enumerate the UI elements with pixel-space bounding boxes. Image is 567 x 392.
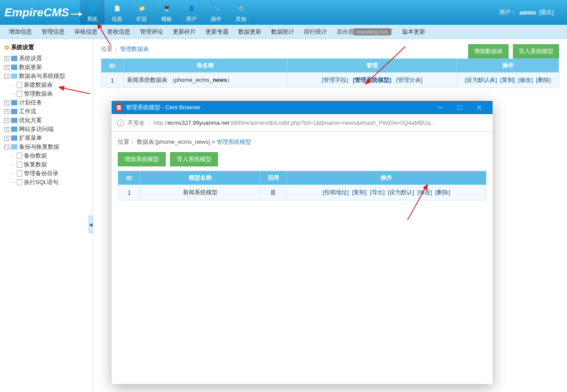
submenu-数据统计[interactable]: 数据统计 xyxy=(271,28,294,36)
folder-icon xyxy=(11,109,17,114)
column-header: 表名称 xyxy=(124,59,287,73)
address-bar[interactable]: i 不安全 | http://ecms327.99yuanma.net:8889… xyxy=(112,114,493,132)
manage-subtable-link[interactable]: [管理分表] xyxy=(396,77,422,83)
top-menu-模板[interactable]: 🖥️模板 xyxy=(154,0,179,25)
folder-icon xyxy=(11,56,17,61)
svg-rect-1 xyxy=(458,105,462,110)
folder-icon xyxy=(11,127,17,132)
folder-icon xyxy=(11,100,17,105)
add-table-button[interactable]: 增加数据表 xyxy=(468,44,509,58)
top-menu-插件[interactable]: 🔧插件 xyxy=(204,0,229,25)
column-header: 操作 xyxy=(457,59,559,73)
manage-model-link[interactable]: [管理系统模型] xyxy=(353,77,392,83)
copy-link[interactable]: [复制] xyxy=(352,189,367,196)
breadcrumb-link[interactable]: 管理数据表 xyxy=(120,46,149,52)
info-icon[interactable]: i xyxy=(117,119,124,127)
submenu-增加信息[interactable]: 增加信息 xyxy=(9,28,32,36)
toggle-icon[interactable]: − xyxy=(4,145,9,150)
column-header: 启用 xyxy=(260,171,287,185)
table-name-cell: 新闻系统数据表 （phome_ecms_news） xyxy=(124,73,287,88)
tree-node-网站多访问端[interactable]: +网站多访问端 xyxy=(4,125,89,134)
logo: EmpireCMS xyxy=(0,0,80,25)
top-menu-栏目[interactable]: 📁栏目 xyxy=(129,0,154,25)
post-addr-link[interactable]: [投稿地址] xyxy=(322,189,349,196)
submenu-更新碎片[interactable]: 更新碎片 xyxy=(173,28,196,36)
delete-link[interactable]: [删除] xyxy=(435,189,450,196)
minimize-button[interactable] xyxy=(431,101,450,114)
delete-link[interactable]: [删除] xyxy=(536,77,551,83)
tree-node-备份数据[interactable]: 备份数据 xyxy=(12,151,89,160)
set-default-link[interactable]: [设为默认] xyxy=(388,189,414,196)
url-text: http://ecms327.99yuanma.net:8889/e/admin… xyxy=(153,119,435,126)
menu-icon: 📄 xyxy=(111,2,123,15)
submenu-管理信息[interactable]: 管理信息 xyxy=(42,28,65,36)
export-link[interactable]: [导出] xyxy=(370,189,384,196)
user-info: 用户： admin [退出] xyxy=(499,0,567,25)
submenu-审核信息[interactable]: 审核信息 xyxy=(74,28,97,36)
maximize-button[interactable] xyxy=(450,101,470,114)
tree-node-数据更新[interactable]: +数据更新 xyxy=(4,63,89,72)
tree-node-优化方案[interactable]: +优化方案 xyxy=(4,116,89,125)
toggle-icon[interactable]: + xyxy=(4,136,9,141)
submenu-排行统计[interactable]: 排行统计 xyxy=(304,28,327,36)
submenu-版本更新[interactable]: 版本更新 xyxy=(402,28,425,36)
toggle-icon[interactable]: + xyxy=(4,127,9,132)
top-menu-系统[interactable]: 🌐系统 xyxy=(80,0,105,25)
edit-link[interactable]: [修改] xyxy=(417,189,432,196)
column-header: ID xyxy=(118,171,140,185)
logout-link[interactable]: [退出] xyxy=(539,8,554,16)
tree-node-备份与恢复数据[interactable]: −备份与恢复数据 xyxy=(4,142,89,151)
tree-node-恢复数据[interactable]: 恢复数据 xyxy=(12,160,89,169)
file-icon xyxy=(17,161,22,168)
edit-link[interactable]: [修改] xyxy=(518,77,533,83)
submenu-更新专题[interactable]: 更新专题 xyxy=(206,28,229,36)
toggle-icon[interactable]: − xyxy=(4,74,9,79)
tree-node-计划任务[interactable]: +计划任务 xyxy=(4,98,89,107)
arrow-icon xyxy=(71,14,80,15)
folder-icon xyxy=(11,118,17,123)
sidebar-collapse-handle[interactable]: ◀ xyxy=(89,215,93,233)
tree-node-执行SQL语句[interactable]: 执行SQL语句 xyxy=(12,178,89,187)
tree-node-管理备份目录[interactable]: 管理备份目录 xyxy=(12,169,89,178)
top-menu-其他[interactable]: ⚙️其他 xyxy=(229,0,253,25)
file-icon xyxy=(17,153,22,159)
sub-menu: 增加信息管理信息审核信息签收信息管理评论更新碎片更新专题数据更新数据统计排行统计… xyxy=(0,25,567,39)
column-header: ID xyxy=(101,59,124,73)
tree-node-扩展菜单[interactable]: +扩展菜单 xyxy=(4,134,89,142)
toggle-icon[interactable]: + xyxy=(4,65,9,70)
popup-breadcrumb: 位置： 数据表:[phome_ecms_news] > 管理系统模型 xyxy=(118,138,486,146)
file-icon xyxy=(17,82,22,88)
menu-icon: 🖥️ xyxy=(160,2,173,15)
popup-body: 位置： 数据表:[phome_ecms_news] > 管理系统模型 增加系统模… xyxy=(112,132,493,384)
import-model-button[interactable]: 导入系统模型 xyxy=(513,44,559,58)
top-menu-信息[interactable]: 📄信息 xyxy=(105,0,129,25)
top-menu-用户[interactable]: 👤用户 xyxy=(179,0,204,25)
column-header: 操作 xyxy=(287,171,486,185)
submenu-管理评论[interactable]: 管理评论 xyxy=(140,28,163,36)
popup-titlebar[interactable]: 墨 管理系统模型 - Cent Browser xyxy=(112,101,493,114)
manage-fields-link[interactable]: [管理字段] xyxy=(322,77,348,83)
popup-window: 墨 管理系统模型 - Cent Browser i 不安全 | http://e… xyxy=(112,101,493,384)
toggle-icon[interactable]: + xyxy=(4,56,9,61)
popup-breadcrumb-link[interactable]: 管理系统模型 xyxy=(217,138,251,145)
popup-import-model-button[interactable]: 导入系统模型 xyxy=(170,152,218,166)
column-header: 管理 xyxy=(287,59,457,73)
toggle-icon[interactable]: + xyxy=(4,118,9,123)
tree-node-管理数据表[interactable]: 管理数据表 xyxy=(12,89,89,98)
watermark: moyublog.com xyxy=(353,28,391,35)
tree-node-新建数据表[interactable]: 新建数据表 xyxy=(12,81,89,89)
tree-node-工作流[interactable]: +工作流 xyxy=(4,107,89,116)
submenu-签收信息[interactable]: 签收信息 xyxy=(107,28,130,36)
file-icon xyxy=(17,179,22,185)
submenu-数据更新[interactable]: 数据更新 xyxy=(238,28,261,36)
tree-node-系统设置[interactable]: +系统设置 xyxy=(4,54,89,63)
popup-add-model-button[interactable]: 增加系统模型 xyxy=(118,152,166,166)
toggle-icon[interactable]: + xyxy=(4,109,9,114)
tree-node-数据表与系统模型[interactable]: −数据表与系统模型 xyxy=(4,72,89,81)
favicon-icon: 墨 xyxy=(115,104,122,111)
toggle-icon[interactable]: + xyxy=(4,100,9,105)
copy-link[interactable]: [复制] xyxy=(500,77,515,83)
set-default-link[interactable]: [设为默认表] xyxy=(465,77,497,83)
close-button[interactable] xyxy=(470,101,489,114)
top-menu: 🌐系统📄信息📁栏目🖥️模板👤用户🔧插件⚙️其他 xyxy=(80,0,253,25)
